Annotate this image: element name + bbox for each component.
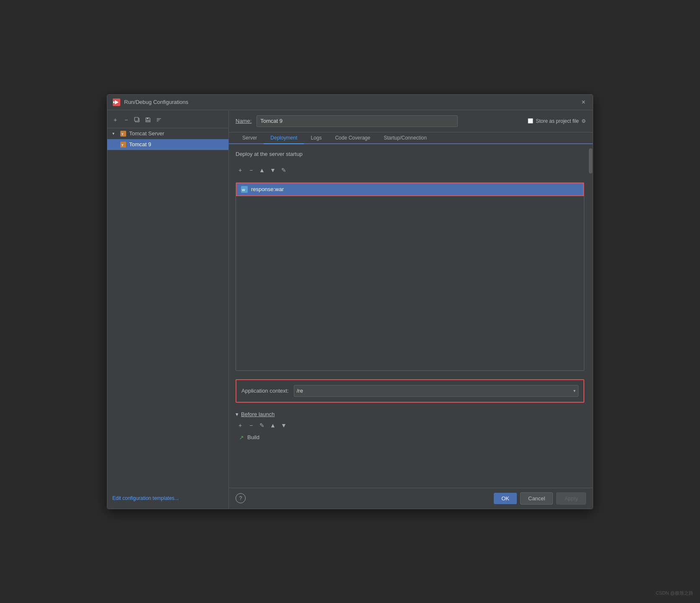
sidebar-copy-btn[interactable]: [132, 115, 142, 124]
cancel-button[interactable]: Cancel: [520, 492, 553, 505]
watermark: CSDN @极致之路: [656, 590, 693, 596]
deploy-remove-btn[interactable]: −: [246, 166, 256, 175]
help-button[interactable]: ?: [236, 493, 246, 503]
tab-code-coverage[interactable]: Code Coverage: [328, 132, 377, 144]
title-bar: Run/Debug Configurations ×: [107, 95, 593, 110]
sidebar-remove-btn[interactable]: −: [122, 115, 131, 124]
tab-code-coverage-label: Code Coverage: [335, 135, 370, 141]
sidebar-footer: Edit configuration templates...: [107, 491, 228, 505]
sidebar-save-btn[interactable]: [143, 115, 153, 124]
svg-rect-5: [147, 118, 148, 119]
before-launch-down-btn[interactable]: ▼: [279, 421, 288, 430]
deploy-item-response-war[interactable]: W response:war: [236, 183, 584, 196]
app-context-row: Application context: ▾: [236, 379, 584, 403]
deploy-edit-btn[interactable]: ✎: [279, 166, 288, 175]
war-artifact-icon: W: [241, 186, 248, 193]
dialog-footer: ? OK Cancel Apply: [229, 488, 593, 509]
deploy-add-btn[interactable]: +: [236, 166, 245, 175]
tab-startup-label: Startup/Connection: [384, 135, 427, 141]
store-project-gear-icon: ⚙: [581, 118, 586, 124]
tree-tomcat-9[interactable]: T Tomcat 9: [107, 139, 228, 150]
svg-rect-4: [135, 117, 138, 121]
tab-deployment[interactable]: Deployment: [264, 132, 304, 144]
tab-logs[interactable]: Logs: [304, 132, 328, 144]
svg-text:W: W: [242, 188, 245, 192]
svg-rect-6: [146, 120, 150, 122]
deploy-list: W response:war: [236, 182, 584, 371]
tree-expand-arrow: ▾: [112, 131, 117, 136]
deploy-up-btn[interactable]: ▲: [257, 166, 267, 175]
tree-tomcat-server[interactable]: ▾ T Tomcat Server: [107, 128, 228, 139]
scrollbar-thumb[interactable]: [589, 148, 592, 173]
tomcat-9-icon: T: [120, 141, 127, 148]
main-content: Name: Store as project file ⚙ Server Dep…: [229, 110, 593, 509]
before-launch-remove-btn[interactable]: −: [246, 421, 256, 430]
ok-button[interactable]: OK: [494, 493, 517, 504]
tab-deployment-label: Deployment: [270, 135, 297, 141]
apply-button[interactable]: Apply: [556, 492, 586, 505]
before-launch-edit-btn[interactable]: ✎: [257, 421, 267, 430]
app-context-dropdown-arrow[interactable]: ▾: [573, 388, 576, 393]
deploy-down-btn[interactable]: ▼: [268, 166, 277, 175]
deploy-section-label: Deploy at the server startup: [236, 151, 584, 157]
tab-startup-connection[interactable]: Startup/Connection: [377, 132, 433, 144]
tab-logs-label: Logs: [311, 135, 321, 141]
sidebar-add-btn[interactable]: +: [111, 115, 120, 124]
name-row: Name: Store as project file ⚙: [229, 110, 593, 132]
before-launch-build-item[interactable]: ↗ Build: [236, 432, 584, 443]
dialog-body: + −: [107, 110, 593, 509]
footer-right: OK Cancel Apply: [494, 492, 586, 505]
build-label: Build: [247, 434, 259, 440]
tab-server-label: Server: [242, 135, 257, 141]
before-launch-toolbar: + − ✎ ▲ ▼: [236, 421, 584, 430]
deploy-item-label: response:war: [251, 186, 284, 192]
before-launch-toggle-icon[interactable]: ▾: [236, 411, 239, 417]
svg-text:T: T: [122, 143, 124, 147]
title-bar-left: Run/Debug Configurations: [112, 98, 188, 106]
tab-server[interactable]: Server: [236, 132, 264, 144]
tree-tomcat-server-label: Tomcat Server: [129, 130, 164, 137]
edit-templates-link[interactable]: Edit configuration templates...: [112, 495, 179, 501]
store-project-option: Store as project file ⚙: [528, 118, 586, 124]
run-debug-dialog: Run/Debug Configurations × + −: [107, 94, 593, 509]
before-launch-section: ▾ Before launch + − ✎ ▲ ▼ ↗ Build: [236, 411, 584, 443]
deploy-toolbar: + − ▲ ▼ ✎: [236, 166, 584, 175]
tree-tomcat-9-label: Tomcat 9: [129, 141, 151, 148]
before-launch-add-btn[interactable]: +: [236, 421, 245, 430]
build-icon: ↗: [239, 434, 244, 441]
app-context-input-wrap: ▾: [294, 385, 578, 397]
run-debug-icon: [112, 98, 121, 106]
sidebar-sort-btn[interactable]: [154, 115, 163, 124]
sidebar: + −: [107, 110, 229, 509]
sidebar-toolbar: + −: [107, 114, 228, 128]
name-input[interactable]: [257, 115, 458, 127]
deployment-content: Deploy at the server startup + − ▲ ▼ ✎: [229, 144, 593, 488]
store-project-label: Store as project file: [536, 118, 579, 124]
dialog-title: Run/Debug Configurations: [124, 99, 188, 105]
tabs-row: Server Deployment Logs Code Coverage Sta…: [229, 132, 593, 144]
before-launch-label: Before launch: [241, 411, 275, 417]
store-project-checkbox[interactable]: [528, 118, 533, 124]
app-context-label: Application context:: [241, 388, 289, 394]
name-label: Name:: [236, 118, 251, 124]
scrollbar-track: [589, 144, 593, 488]
tomcat-server-icon: T: [120, 130, 127, 137]
close-button[interactable]: ×: [579, 98, 588, 106]
app-context-input[interactable]: [297, 388, 573, 394]
before-launch-header: ▾ Before launch: [236, 411, 584, 417]
svg-text:T: T: [122, 132, 124, 136]
before-launch-up-btn[interactable]: ▲: [268, 421, 277, 430]
footer-left: ?: [236, 493, 246, 503]
svg-rect-2: [113, 101, 114, 103]
